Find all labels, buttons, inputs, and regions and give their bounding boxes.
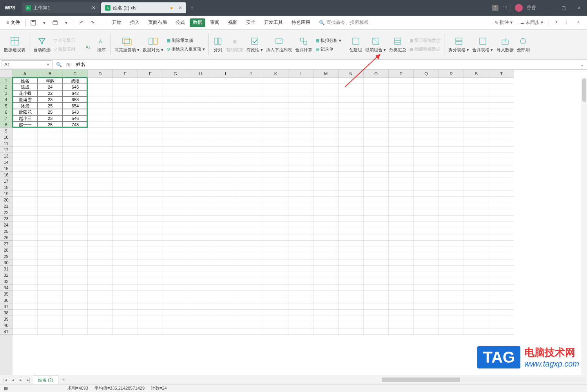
cell[interactable] <box>439 322 464 328</box>
cell[interactable] <box>313 234 339 241</box>
cell[interactable] <box>63 272 88 278</box>
cell[interactable] <box>113 78 138 84</box>
cell[interactable] <box>263 128 288 134</box>
cell[interactable] <box>288 209 313 216</box>
cell[interactable] <box>489 90 514 96</box>
cell[interactable] <box>414 303 439 310</box>
cell[interactable] <box>138 172 163 178</box>
cell[interactable] <box>288 165 313 172</box>
cell[interactable] <box>414 278 439 285</box>
cell[interactable] <box>288 134 313 140</box>
cell[interactable] <box>38 285 63 291</box>
cell[interactable] <box>63 266 88 272</box>
cell[interactable] <box>489 272 514 278</box>
sheet-nav-first[interactable]: |◂ <box>2 377 9 383</box>
cell[interactable] <box>13 253 38 260</box>
cell[interactable] <box>63 184 88 191</box>
cell[interactable] <box>414 222 439 228</box>
cell[interactable] <box>113 234 138 241</box>
cell[interactable] <box>339 159 364 165</box>
cell[interactable] <box>313 285 339 291</box>
cell[interactable] <box>188 310 213 316</box>
cell[interactable] <box>464 128 489 134</box>
cell[interactable] <box>339 209 364 216</box>
cell[interactable] <box>38 316 63 322</box>
cell[interactable] <box>389 184 414 191</box>
cell[interactable] <box>13 272 38 278</box>
cell[interactable] <box>313 128 339 134</box>
cell[interactable] <box>13 228 38 234</box>
cell[interactable] <box>364 153 389 159</box>
cell[interactable] <box>163 322 188 328</box>
cell[interactable] <box>489 328 514 335</box>
cell[interactable] <box>313 247 339 253</box>
cell[interactable] <box>113 197 138 203</box>
cell[interactable] <box>464 234 489 241</box>
cell[interactable] <box>263 203 288 209</box>
cell[interactable] <box>213 303 238 310</box>
cell[interactable] <box>414 172 439 178</box>
row-header[interactable]: 18 <box>0 184 13 191</box>
cell[interactable] <box>489 241 514 247</box>
column-header[interactable]: M <box>313 70 339 78</box>
cell[interactable] <box>213 122 238 128</box>
cell[interactable] <box>113 165 138 172</box>
cell[interactable] <box>188 115 213 122</box>
cell[interactable] <box>38 209 63 216</box>
cell[interactable] <box>138 291 163 297</box>
cell[interactable] <box>364 140 389 147</box>
cell[interactable] <box>313 278 339 285</box>
cell[interactable] <box>489 96 514 103</box>
cell[interactable] <box>489 310 514 316</box>
table-cell[interactable]: 赵一一 <box>13 122 38 128</box>
cell[interactable] <box>288 184 313 191</box>
horizontal-scrollbar[interactable] <box>382 377 585 382</box>
cell[interactable] <box>138 322 163 328</box>
cell[interactable] <box>464 322 489 328</box>
avatar[interactable] <box>515 4 523 12</box>
cell[interactable] <box>313 159 339 165</box>
cell[interactable] <box>339 322 364 328</box>
cell[interactable] <box>389 253 414 260</box>
cell[interactable] <box>163 272 188 278</box>
cell[interactable] <box>313 197 339 203</box>
cell[interactable] <box>138 241 163 247</box>
cell[interactable] <box>138 260 163 266</box>
highlight-dup-button[interactable]: 高亮重复项 ▾ <box>114 36 140 53</box>
minimize-button[interactable]: — <box>540 0 556 16</box>
cell[interactable] <box>489 291 514 297</box>
cell[interactable] <box>288 285 313 291</box>
row-header[interactable]: 40 <box>0 322 13 328</box>
cell[interactable] <box>439 96 464 103</box>
expand-fbar-button[interactable]: ⌄ <box>578 60 587 69</box>
cell[interactable] <box>88 90 113 96</box>
row-header[interactable]: 24 <box>0 222 13 228</box>
cell[interactable] <box>364 253 389 260</box>
cell[interactable] <box>339 122 364 128</box>
delete-dup-button[interactable]: ▦删除重复项 <box>167 36 205 44</box>
cell[interactable] <box>13 159 38 165</box>
cell[interactable] <box>489 260 514 266</box>
cell[interactable] <box>364 78 389 84</box>
cell[interactable] <box>188 90 213 96</box>
cell[interactable] <box>389 134 414 140</box>
cell[interactable] <box>364 172 389 178</box>
cell[interactable] <box>88 84 113 90</box>
maximize-button[interactable]: ▢ <box>556 0 571 16</box>
cell[interactable] <box>113 159 138 165</box>
cell[interactable] <box>138 122 163 128</box>
cell[interactable] <box>188 159 213 165</box>
cell[interactable] <box>38 297 63 303</box>
cell[interactable] <box>38 222 63 228</box>
cell[interactable] <box>489 253 514 260</box>
print-dd[interactable]: ▾ <box>61 18 71 28</box>
cell[interactable] <box>163 310 188 316</box>
cell[interactable] <box>13 278 38 285</box>
row-header[interactable]: 20 <box>0 197 13 203</box>
cell[interactable] <box>88 297 113 303</box>
cell[interactable] <box>113 184 138 191</box>
cell[interactable] <box>364 90 389 96</box>
cell[interactable] <box>63 178 88 184</box>
cell[interactable] <box>163 266 188 272</box>
cell[interactable] <box>339 165 364 172</box>
